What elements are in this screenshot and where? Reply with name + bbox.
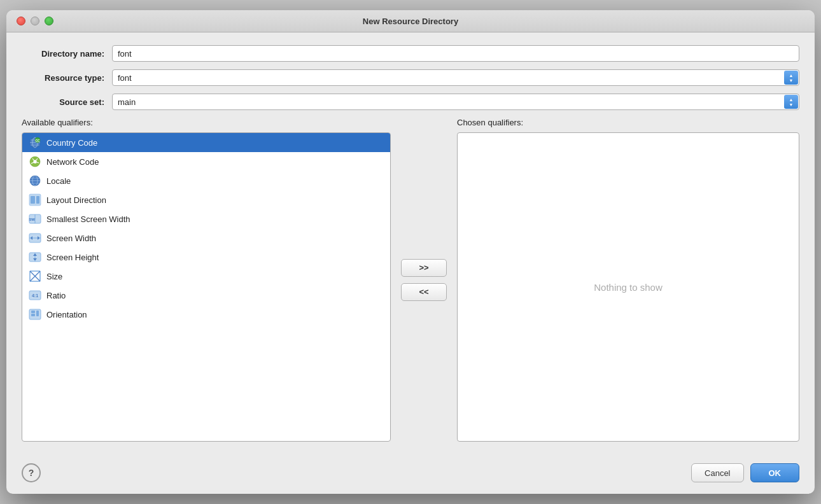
source-set-select-wrapper: main test androidTest	[112, 94, 799, 110]
directory-name-input[interactable]	[112, 45, 799, 62]
qualifiers-section: Available qualifiers: CC	[22, 118, 799, 442]
dialog-title: New Resource Directory	[363, 17, 458, 26]
ratio-icon: 4:1	[29, 289, 41, 302]
nothing-to-show-label: Nothing to show	[458, 133, 799, 441]
layout-direction-label: Layout Direction	[46, 195, 106, 205]
list-item[interactable]: Size	[22, 267, 390, 286]
orientation-label: Orientation	[46, 310, 87, 319]
remove-qualifier-button[interactable]: <<	[401, 283, 447, 301]
available-qualifiers-panel: Available qualifiers: CC	[22, 118, 391, 442]
size-label: Size	[46, 272, 62, 281]
svg-text:SW: SW	[29, 218, 35, 221]
locale-label: Locale	[46, 176, 71, 186]
screen-height-icon	[29, 251, 41, 263]
svg-rect-16	[31, 196, 35, 204]
maximize-button[interactable]	[45, 17, 53, 25]
ratio-label: Ratio	[46, 291, 66, 300]
locale-icon	[29, 174, 41, 187]
smallest-screen-width-icon: SW	[29, 213, 41, 225]
svg-rect-36	[31, 311, 35, 313]
source-set-select[interactable]: main test androidTest	[112, 94, 799, 110]
orientation-icon	[29, 308, 41, 321]
screen-height-label: Screen Height	[46, 253, 99, 262]
list-item[interactable]: Screen Height	[22, 248, 390, 267]
globe-country-icon: CC	[29, 136, 41, 149]
resource-type-select[interactable]: font layout drawable values raw xml anim…	[112, 69, 799, 86]
footer-actions: Cancel OK	[691, 463, 799, 482]
svg-text:4:1: 4:1	[32, 293, 38, 298]
chosen-qualifiers-panel: Chosen qualifiers: Nothing to show	[457, 118, 799, 442]
resource-type-select-wrapper: font layout drawable values raw xml anim…	[112, 69, 799, 86]
new-resource-directory-dialog: New Resource Directory Directory name: R…	[6, 10, 815, 494]
minimize-button[interactable]	[31, 17, 39, 25]
list-item[interactable]: 4:1 Ratio	[22, 286, 390, 305]
source-set-label: Source set:	[22, 97, 104, 107]
available-qualifiers-title: Available qualifiers:	[22, 118, 391, 127]
svg-text:N: N	[34, 160, 36, 164]
svg-rect-17	[36, 196, 39, 204]
available-qualifiers-list[interactable]: CC Country Code	[22, 132, 391, 442]
qualifier-transfer-buttons: >> <<	[398, 118, 449, 442]
list-item[interactable]: Locale	[22, 171, 390, 190]
svg-rect-37	[31, 314, 35, 316]
chosen-qualifiers-title: Chosen qualifiers:	[457, 118, 799, 127]
smallest-screen-width-label: Smallest Screen Width	[46, 214, 130, 224]
list-item[interactable]: SW Smallest Screen Width	[22, 209, 390, 228]
screen-width-label: Screen Width	[46, 234, 96, 243]
svg-text:CC: CC	[35, 139, 40, 143]
network-code-icon: N	[29, 155, 41, 168]
screen-width-icon	[29, 232, 41, 244]
list-item[interactable]: Screen Width	[22, 228, 390, 248]
dialog-content: Directory name: Resource type: font layo…	[6, 32, 815, 454]
traffic-lights	[17, 17, 53, 25]
add-qualifier-button[interactable]: >>	[401, 259, 447, 277]
resource-type-row: Resource type: font layout drawable valu…	[22, 69, 799, 86]
cancel-button[interactable]: Cancel	[691, 463, 743, 482]
list-item[interactable]: N Network Code	[22, 152, 390, 171]
network-code-label: Network Code	[46, 157, 99, 167]
size-icon	[29, 270, 41, 283]
list-item[interactable]: Layout Direction	[22, 190, 390, 209]
layout-direction-icon	[29, 193, 41, 206]
dialog-footer: ? Cancel OK	[6, 454, 815, 494]
close-button[interactable]	[17, 17, 25, 25]
ok-button[interactable]: OK	[750, 463, 800, 482]
svg-rect-38	[36, 311, 39, 316]
source-set-row: Source set: main test androidTest	[22, 94, 799, 110]
directory-name-label: Directory name:	[22, 49, 104, 59]
directory-name-row: Directory name:	[22, 45, 799, 62]
list-item[interactable]: Orientation	[22, 305, 390, 324]
title-bar: New Resource Directory	[6, 10, 815, 32]
country-code-label: Country Code	[46, 138, 97, 148]
resource-type-label: Resource type:	[22, 73, 104, 83]
help-button[interactable]: ?	[22, 463, 41, 482]
chosen-qualifiers-list: Nothing to show	[457, 132, 799, 442]
list-item[interactable]: CC Country Code	[22, 133, 390, 152]
